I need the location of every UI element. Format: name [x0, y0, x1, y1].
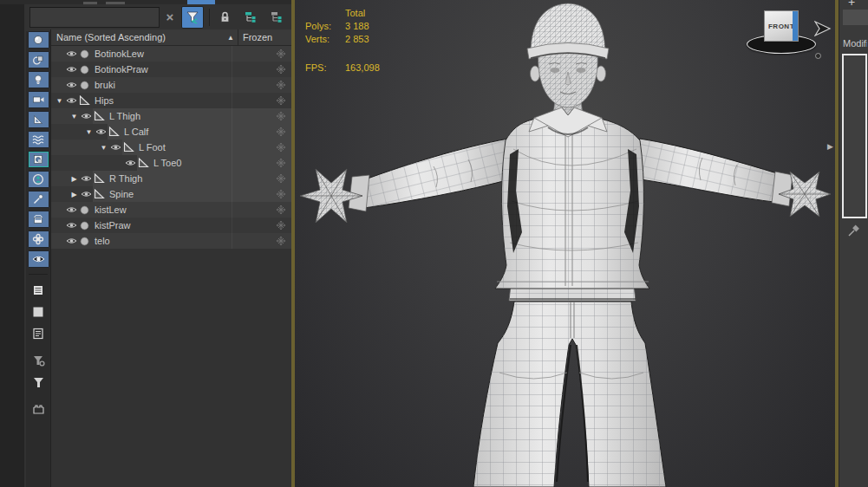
display-helpers-button[interactable] [28, 111, 49, 128]
filter-selected-button[interactable] [181, 6, 204, 29]
expand-tree-icon [244, 10, 258, 24]
viewport[interactable]: Total Polys: 3 188 Verts: 2 853 FPS: 163… [295, 0, 835, 487]
panel-collapse-arrow-icon[interactable]: ▶ [827, 142, 833, 151]
visibility-eye-icon[interactable] [124, 159, 137, 167]
collapse-all-button[interactable] [265, 6, 288, 29]
name-column-header[interactable]: Name (Sorted Ascending) [51, 32, 227, 42]
frozen-cell[interactable] [232, 108, 291, 124]
pin-stack-icon[interactable] [847, 224, 861, 237]
display-shapes-button[interactable] [28, 51, 49, 68]
filter-settings-button[interactable] [28, 352, 49, 369]
divider [209, 9, 210, 26]
stats-fps-value: 163,098 [345, 62, 380, 75]
expand-arrow-icon[interactable]: ▼ [83, 128, 95, 136]
visibility-eye-icon[interactable] [80, 174, 93, 183]
visibility-eye-icon[interactable] [80, 190, 93, 198]
command-panel: + Modifier List [839, 0, 868, 487]
visibility-eye-icon[interactable] [65, 221, 78, 230]
visibility-eye-icon[interactable] [65, 205, 78, 214]
visibility-eye-icon[interactable] [95, 127, 108, 136]
display-lights-button[interactable] [28, 71, 49, 88]
visibility-eye-icon[interactable] [109, 143, 122, 152]
frozen-snowflake-icon [276, 158, 286, 168]
search-input[interactable] [29, 7, 160, 28]
display-spacewarps-button[interactable] [28, 131, 49, 148]
display-particles-button[interactable] [28, 231, 49, 248]
set-square-icon [32, 114, 44, 126]
frozen-cell[interactable] [232, 171, 291, 186]
column-header-row[interactable]: Name (Sorted Ascending) ▲ Frozen [51, 29, 291, 46]
viewcube-face-label: FRONT [768, 23, 794, 30]
display-containers-button[interactable] [28, 211, 49, 228]
filter-button[interactable] [28, 373, 49, 391]
model-head [527, 3, 609, 107]
viewcube-highlighted-edge[interactable] [793, 11, 798, 41]
expand-arrow-icon[interactable]: ▼ [54, 97, 65, 105]
display-characters-button[interactable] [28, 171, 49, 188]
expand-arrow-icon[interactable]: ▼ [98, 144, 109, 152]
frozen-cell[interactable] [232, 46, 291, 62]
scene-object-row[interactable]: telo [51, 233, 291, 249]
scene-object-row[interactable]: bruki [51, 77, 291, 93]
scene-object-row[interactable]: BotinokPraw [51, 62, 291, 77]
frozen-cell[interactable] [232, 233, 291, 249]
frozen-column-header[interactable]: Frozen [238, 32, 272, 42]
expand-arrow-icon[interactable]: ▼ [69, 113, 80, 120]
frozen-cell[interactable] [232, 218, 291, 233]
blank-square-button[interactable] [28, 303, 49, 321]
visibility-eye-icon[interactable] [65, 65, 78, 74]
display-cameras-button[interactable] [28, 91, 49, 108]
visibility-eye-icon[interactable] [80, 112, 93, 120]
visibility-eye-icon[interactable] [65, 81, 78, 89]
scene-object-row[interactable]: ▶ R Thigh [51, 171, 291, 186]
visibility-eye-icon[interactable] [65, 96, 78, 105]
clear-search-icon[interactable]: × [162, 10, 178, 24]
visibility-eye-icon[interactable] [65, 49, 78, 58]
frozen-cell[interactable] [232, 62, 291, 77]
basket-button[interactable] [28, 400, 49, 418]
object-name: telo [91, 236, 110, 246]
list-menu-button[interactable] [28, 282, 49, 299]
frozen-cell[interactable] [232, 93, 291, 108]
frozen-cell[interactable] [232, 124, 291, 140]
display-groups-button[interactable] [28, 151, 49, 168]
scene-object-row[interactable]: kistPraw [51, 218, 291, 233]
modifier-list-dropdown[interactable]: Modifier List [843, 38, 867, 49]
viewcube[interactable]: FRONT [747, 9, 819, 57]
viewcube-front-face[interactable]: FRONT [764, 10, 799, 42]
viewcube-settings-gear-icon[interactable] [815, 53, 821, 59]
object-name: Hips [91, 95, 114, 106]
frozen-cell[interactable] [232, 155, 291, 171]
modifier-stack-box[interactable] [842, 54, 867, 218]
visibility-eye-icon[interactable] [65, 237, 78, 245]
frozen-cell[interactable] [232, 140, 291, 155]
frozen-snowflake-icon [276, 236, 286, 246]
object-name: R Thigh [106, 173, 142, 184]
display-bones-button[interactable] [28, 191, 49, 208]
scene-object-row[interactable]: ▼ L Thigh [51, 108, 291, 124]
frozen-snowflake-icon [276, 80, 286, 90]
scene-object-row[interactable]: ▼ L Calf [51, 124, 291, 140]
object-name: Spine [106, 189, 134, 199]
expand-arrow-icon[interactable]: ▶ [69, 191, 80, 198]
document-list-button[interactable] [28, 325, 49, 342]
lock-button[interactable] [213, 6, 236, 29]
display-hidden-button[interactable] [28, 250, 49, 268]
shapes-icon [32, 54, 44, 66]
object-name-field[interactable] [843, 10, 868, 25]
scene-object-row[interactable]: BotinokLew [51, 46, 291, 62]
frozen-cell[interactable] [232, 77, 291, 93]
expand-all-button[interactable] [239, 6, 262, 29]
scene-object-row[interactable]: L Toe0 [51, 155, 291, 171]
indent [51, 147, 95, 148]
blank-square-icon [32, 306, 44, 318]
display-geometry-button[interactable] [28, 31, 49, 49]
scene-object-row[interactable]: ▼ Hips [51, 93, 291, 108]
frozen-cell[interactable] [232, 186, 291, 202]
command-panel-tab-icon[interactable]: + [848, 0, 855, 9]
scene-object-row[interactable]: ▼ L Foot [51, 140, 291, 155]
frozen-cell[interactable] [232, 202, 291, 218]
expand-arrow-icon[interactable]: ▶ [69, 175, 80, 183]
scene-object-row[interactable]: ▶ Spine [51, 186, 291, 202]
scene-object-row[interactable]: kistLew [51, 202, 291, 218]
